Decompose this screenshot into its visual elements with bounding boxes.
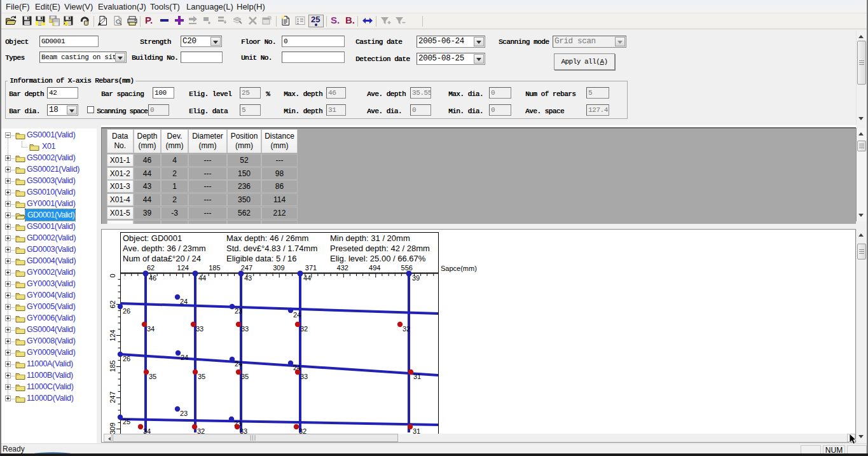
svg-text:24: 24 bbox=[181, 354, 188, 361]
svg-text:432: 432 bbox=[337, 264, 348, 272]
svg-text:32: 32 bbox=[300, 325, 308, 333]
svg-text:33: 33 bbox=[196, 325, 203, 333]
svg-text:Max depth: 46 / 26mm: Max depth: 46 / 26mm bbox=[226, 233, 308, 243]
svg-text:Num of data£°20 / 24: Num of data£°20 / 24 bbox=[123, 254, 201, 263]
svg-text:39: 39 bbox=[412, 274, 420, 282]
svg-text:124: 124 bbox=[177, 264, 189, 272]
svg-text:23: 23 bbox=[180, 410, 188, 417]
svg-text:23: 23 bbox=[235, 307, 242, 315]
svg-text:44: 44 bbox=[303, 274, 311, 282]
svg-text:Elig. level: 25.00 / 66.67%: Elig. level: 25.00 / 66.67% bbox=[330, 254, 426, 263]
svg-text:31: 31 bbox=[413, 373, 421, 380]
svg-text:556: 556 bbox=[401, 264, 413, 272]
svg-text:Preseted depth: 42 / 28mm: Preseted depth: 42 / 28mm bbox=[330, 244, 430, 253]
svg-text:Min depth: 31 / 20mm: Min depth: 31 / 20mm bbox=[330, 233, 410, 243]
svg-text:25: 25 bbox=[123, 418, 130, 425]
svg-text:247: 247 bbox=[241, 264, 252, 272]
svg-text:0: 0 bbox=[109, 273, 116, 277]
svg-text:32: 32 bbox=[403, 325, 410, 333]
svg-text:33: 33 bbox=[241, 325, 249, 333]
svg-text:Ave. depth: 36 / 23mm: Ave. depth: 36 / 23mm bbox=[123, 244, 206, 253]
svg-text:309: 309 bbox=[109, 422, 116, 434]
svg-text:371: 371 bbox=[305, 264, 317, 272]
svg-text:247: 247 bbox=[109, 391, 116, 403]
svg-text:35: 35 bbox=[241, 373, 249, 380]
svg-text:Sapce(mm): Sapce(mm) bbox=[441, 265, 477, 272]
svg-text:185: 185 bbox=[109, 361, 116, 372]
svg-text:309: 309 bbox=[273, 264, 284, 272]
svg-text:26: 26 bbox=[123, 307, 130, 315]
svg-text:24: 24 bbox=[293, 311, 301, 319]
svg-text:185: 185 bbox=[209, 264, 220, 272]
svg-text:46: 46 bbox=[149, 274, 156, 282]
svg-text:35: 35 bbox=[149, 373, 156, 380]
svg-text:62: 62 bbox=[147, 264, 155, 272]
svg-text:44: 44 bbox=[198, 274, 206, 282]
svg-text:Std. dev£°4.83 / 1.74mm: Std. dev£°4.83 / 1.74mm bbox=[226, 244, 317, 253]
svg-text:24: 24 bbox=[180, 298, 188, 305]
svg-text:124: 124 bbox=[109, 329, 116, 341]
svg-text:24: 24 bbox=[235, 360, 242, 368]
svg-text:34: 34 bbox=[147, 325, 155, 333]
svg-text:43: 43 bbox=[244, 274, 252, 282]
svg-text:35: 35 bbox=[198, 373, 205, 380]
svg-text:494: 494 bbox=[369, 264, 380, 272]
svg-text:33: 33 bbox=[300, 373, 308, 380]
svg-text:Object: GD0001: Object: GD0001 bbox=[123, 233, 182, 243]
svg-text:26: 26 bbox=[123, 355, 130, 363]
svg-text:62: 62 bbox=[109, 300, 116, 308]
svg-text:Eligible data: 5 / 16: Eligible data: 5 / 16 bbox=[226, 254, 297, 263]
